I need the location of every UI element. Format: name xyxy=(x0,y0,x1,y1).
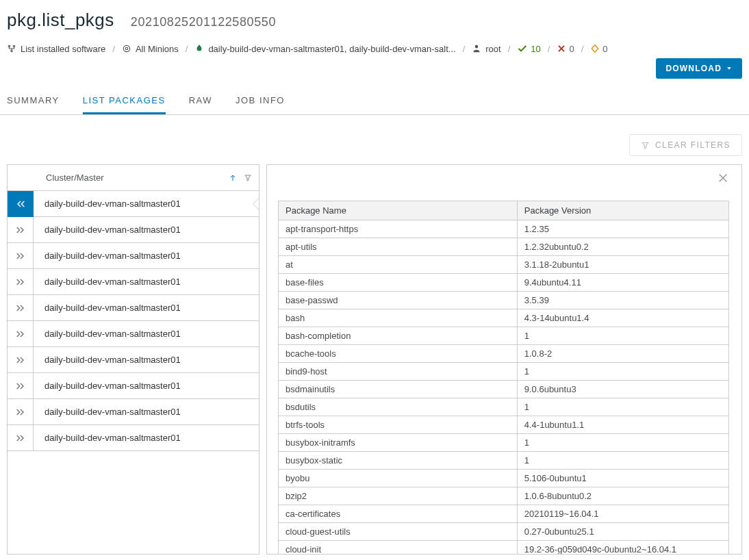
col-header-package-version[interactable]: Package Version xyxy=(517,201,728,220)
status-success: 10 xyxy=(517,43,540,54)
cluster-row[interactable]: daily-build-dev-vman-saltmaster01 xyxy=(8,425,259,451)
package-version: 1 xyxy=(517,434,728,452)
tab-job-info[interactable]: JOB INFO xyxy=(236,88,285,114)
collapse-icon[interactable] xyxy=(8,191,34,217)
table-row: cloud-init19.2-36-g059d049c-0ubuntu2~16.… xyxy=(279,541,729,555)
table-row: at3.1.18-2ubuntu1 xyxy=(279,256,729,274)
cluster-label: daily-build-dev-vman-saltmaster01 xyxy=(34,225,181,235)
breadcrumb-item-list-software[interactable]: List installed software xyxy=(7,44,105,54)
package-name: busybox-initramfs xyxy=(279,434,518,452)
svg-point-4 xyxy=(125,47,128,50)
package-name: bsdmainutils xyxy=(279,381,518,398)
package-name: bash-completion xyxy=(279,327,518,345)
package-name: bsdutils xyxy=(279,398,518,416)
table-row: bzip21.0.6-8ubuntu0.2 xyxy=(279,487,729,505)
cluster-row[interactable]: daily-build-dev-vman-saltmaster01 xyxy=(8,347,259,373)
cluster-row[interactable]: daily-build-dev-vman-saltmaster01 xyxy=(8,191,259,217)
package-version: 9.0.6ubuntu3 xyxy=(517,381,728,398)
tab-summary[interactable]: SUMMARY xyxy=(7,88,60,114)
expand-icon[interactable] xyxy=(8,373,34,399)
download-button[interactable]: DOWNLOAD xyxy=(656,58,742,79)
expand-icon[interactable] xyxy=(8,425,34,451)
status-success-count: 10 xyxy=(531,44,540,54)
status-fail: 0 xyxy=(557,44,574,54)
breadcrumb-item-all-minions[interactable]: All Minions xyxy=(122,44,179,54)
tab-list-packages[interactable]: LIST PACKAGES xyxy=(83,88,166,114)
svg-point-1 xyxy=(13,45,14,47)
breadcrumb: List installed software / All Minions / … xyxy=(7,43,742,54)
expand-icon[interactable] xyxy=(8,269,34,295)
cluster-row[interactable]: daily-build-dev-vman-saltmaster01 xyxy=(8,399,259,425)
package-table-panel: Package Name Package Version apt-transpo… xyxy=(266,164,742,555)
cluster-row[interactable]: daily-build-dev-vman-saltmaster01 xyxy=(8,217,259,243)
cluster-row[interactable]: daily-build-dev-vman-saltmaster01 xyxy=(8,321,259,347)
package-version: 4.3-14ubuntu1.4 xyxy=(517,309,728,327)
package-version: 3.5.39 xyxy=(517,292,728,309)
table-row: btrfs-tools4.4-1ubuntu1.1 xyxy=(279,416,729,434)
target-icon xyxy=(122,44,131,53)
cluster-label: daily-build-dev-vman-saltmaster01 xyxy=(34,251,181,261)
cluster-list-panel: Cluster/Master daily-build-dev-vman-salt… xyxy=(7,164,259,555)
table-row: busybox-static1 xyxy=(279,452,729,470)
col-header-package-name[interactable]: Package Name xyxy=(279,201,518,220)
cluster-label: daily-build-dev-vman-saltmaster01 xyxy=(34,433,181,443)
tabs: SUMMARY LIST PACKAGES RAW JOB INFO xyxy=(0,88,749,115)
package-name: cloud-init xyxy=(279,541,518,555)
table-row: base-passwd3.5.39 xyxy=(279,292,729,309)
expand-icon[interactable] xyxy=(8,399,34,425)
breadcrumb-item-user[interactable]: root xyxy=(472,44,500,54)
package-version: 3.1.18-2ubuntu1 xyxy=(517,256,728,274)
cluster-row[interactable]: daily-build-dev-vman-saltmaster01 xyxy=(8,295,259,321)
package-name: bash xyxy=(279,309,518,327)
package-version: 1 xyxy=(517,327,728,345)
svg-point-0 xyxy=(8,45,10,47)
svg-point-2 xyxy=(11,50,12,51)
package-name: bind9-host xyxy=(279,363,518,381)
filter-off-icon xyxy=(641,141,650,150)
status-other-count: 0 xyxy=(602,44,607,54)
cluster-label: daily-build-dev-vman-saltmaster01 xyxy=(34,277,181,287)
expand-icon[interactable] xyxy=(8,347,34,373)
filter-icon[interactable] xyxy=(244,174,252,182)
expand-icon[interactable] xyxy=(8,243,34,269)
table-row: bcache-tools1.0.8-2 xyxy=(279,345,729,363)
download-button-label: DOWNLOAD xyxy=(665,64,722,73)
package-version: 1 xyxy=(517,398,728,416)
expand-icon[interactable] xyxy=(8,217,34,243)
package-name: bcache-tools xyxy=(279,345,518,363)
table-row: apt-transport-https1.2.35 xyxy=(279,220,729,238)
cluster-header-label: Cluster/Master xyxy=(14,173,104,183)
svg-point-3 xyxy=(123,45,129,51)
package-version: 19.2-36-g059d049c-0ubuntu2~16.04.1 xyxy=(517,541,728,555)
package-name: base-passwd xyxy=(279,292,518,309)
package-name: byobu xyxy=(279,470,518,487)
close-icon[interactable] xyxy=(717,172,729,184)
table-row: bsdmainutils9.0.6ubuntu3 xyxy=(279,381,729,398)
cluster-label: daily-build-dev-vman-saltmaster01 xyxy=(34,381,181,391)
package-version: 9.4ubuntu4.11 xyxy=(517,274,728,292)
table-row: byobu5.106-0ubuntu1 xyxy=(279,470,729,487)
cluster-label: daily-build-dev-vman-saltmaster01 xyxy=(34,199,181,209)
package-name: apt-transport-https xyxy=(279,220,518,238)
breadcrumb-item-minions[interactable]: daily-build-dev-vman-saltmaster01, daily… xyxy=(194,44,455,54)
page-title: pkg.list_pkgs xyxy=(7,10,114,31)
tab-raw[interactable]: RAW xyxy=(189,88,212,114)
cluster-row[interactable]: daily-build-dev-vman-saltmaster01 xyxy=(8,269,259,295)
cluster-row[interactable]: daily-build-dev-vman-saltmaster01 xyxy=(8,243,259,269)
breadcrumb-label: All Minions xyxy=(136,44,179,54)
job-id: 20210825201122580550 xyxy=(131,15,276,29)
cluster-row[interactable]: daily-build-dev-vman-saltmaster01 xyxy=(8,373,259,399)
status-fail-count: 0 xyxy=(569,44,574,54)
sort-icon[interactable] xyxy=(229,174,237,182)
expand-icon[interactable] xyxy=(8,295,34,321)
table-row: ca-certificates20210119~16.04.1 xyxy=(279,505,729,523)
clear-filters-button[interactable]: CLEAR FILTERS xyxy=(629,134,742,156)
table-row: bsdutils1 xyxy=(279,398,729,416)
packages-table: Package Name Package Version apt-transpo… xyxy=(278,201,729,554)
expand-icon[interactable] xyxy=(8,321,34,347)
svg-point-5 xyxy=(475,45,479,49)
breadcrumb-label: List installed software xyxy=(21,44,105,54)
package-version: 20210119~16.04.1 xyxy=(517,505,728,523)
package-version: 1.0.8-2 xyxy=(517,345,728,363)
table-row: bash-completion1 xyxy=(279,327,729,345)
